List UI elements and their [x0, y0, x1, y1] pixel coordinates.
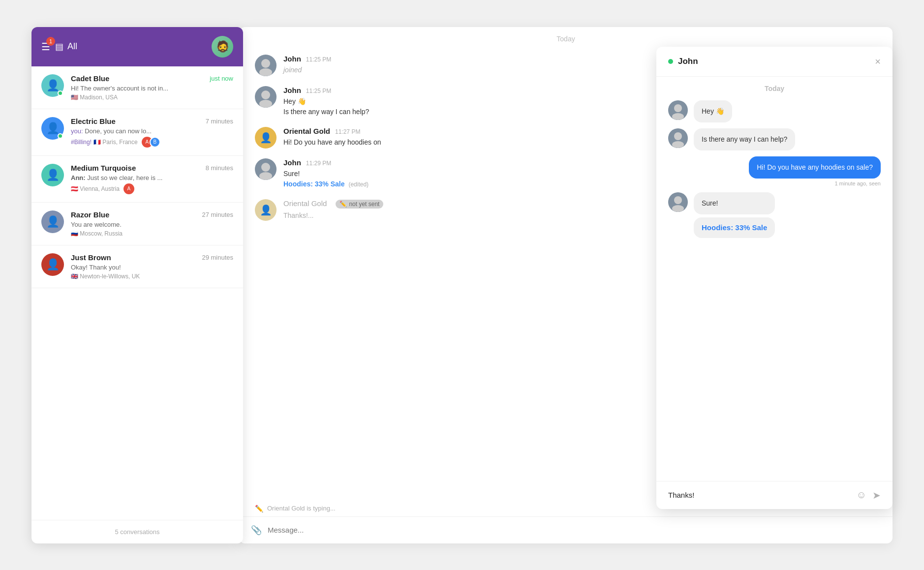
right-msg-bubble-link: Hoodies: 33% Sale: [694, 217, 775, 238]
online-indicator: [58, 133, 63, 139]
msg-time: 11:25 PM: [306, 88, 331, 94]
right-msg-john-hey: Hey 👋: [668, 100, 881, 122]
conversations-list: 👤 Cadet Blue just now Hi! The owner's ac…: [31, 66, 243, 520]
right-date-divider: Today: [656, 77, 893, 96]
conv-time: 27 minutes: [202, 211, 233, 218]
conversation-item-cadet-blue[interactable]: 👤 Cadet Blue just now Hi! The owner's ac…: [31, 66, 243, 109]
right-messages: Hey 👋 Is there any way I can help? Hi! D…: [656, 96, 893, 481]
conversation-item-just-brown[interactable]: 👤 Just Brown 29 minutes Okay! Thank you!…: [31, 245, 243, 288]
msg-sender-name: John: [283, 86, 301, 94]
conv-header-row: Just Brown 29 minutes: [71, 253, 233, 262]
conv-meta: 🇺🇸 Madison, USA: [71, 94, 233, 101]
left-panel: ☰ 1 ▤ All 🧔 👤 Cadet Blue: [31, 27, 243, 543]
right-msg-bubble-hey: Hey 👋: [694, 100, 732, 122]
msg-avatar-oriental-gold-2: 👤: [255, 199, 277, 221]
conv-preview: Okay! Thank you!: [71, 264, 233, 271]
online-indicator: [58, 90, 63, 96]
right-panel: John × Today Hey 👋 Is there: [656, 47, 893, 509]
conv-preview: Hi! The owner's account is not in...: [71, 85, 233, 92]
svg-point-3: [259, 100, 272, 108]
right-msg-bubble-help: Is there any way I can help?: [694, 128, 795, 150]
right-msg-visitor-hoodies: Hi! Do you have any hoodies on sale? 1 m…: [668, 156, 881, 186]
msg-sender-name: Oriental Gold: [283, 127, 330, 135]
msg-avatar-oriental-gold: 👤: [255, 127, 277, 149]
msg-sender-name: John: [283, 158, 301, 167]
message-input[interactable]: [268, 526, 881, 534]
notification-badge: 1: [46, 37, 55, 46]
send-button[interactable]: ➤: [872, 489, 881, 501]
msg-avatar-john-3: [255, 158, 277, 180]
msg-time: 11:25 PM: [306, 56, 331, 63]
bubble-text: Is there any way I can help?: [702, 134, 787, 145]
left-header: ☰ 1 ▤ All 🧔: [31, 27, 243, 66]
online-dot: [668, 59, 673, 64]
conv-meta: #Billing! 🇫🇷 Paris, France A B: [71, 137, 233, 148]
svg-point-6: [674, 104, 682, 112]
conv-preview: Ann: Just so we clear, here is ...: [71, 174, 233, 181]
msg-edited-label: (edited): [348, 181, 369, 188]
msg-time: 11:27 PM: [335, 128, 360, 135]
conv-name: Electric Blue: [71, 117, 116, 125]
conv-time: just now: [210, 75, 233, 82]
attach-icon[interactable]: 📎: [251, 525, 262, 536]
menu-icon[interactable]: ☰ 1: [41, 41, 50, 53]
preview-you: you:: [71, 127, 83, 135]
inbox-icon: ▤: [55, 41, 63, 52]
right-msg-avatar: [668, 100, 688, 120]
hoodies-sale-link[interactable]: Hoodies: 33% Sale: [702, 223, 767, 232]
conv-name: Razor Blue: [71, 210, 109, 219]
conv-body-cadet-blue: Cadet Blue just now Hi! The owner's acco…: [71, 74, 233, 101]
conv-meta: 🇬🇧 Newton-le-Willows, UK: [71, 273, 233, 280]
user-avatar-header[interactable]: 🧔: [212, 36, 233, 58]
right-msg-bubble-sure: Sure!: [694, 192, 775, 214]
close-button[interactable]: ×: [875, 57, 881, 66]
all-filter-label[interactable]: ▤ All: [55, 41, 77, 52]
not-sent-icon: ✏️: [339, 201, 347, 208]
right-msg-john-sure: Sure! Hoodies: 33% Sale: [668, 192, 881, 238]
not-yet-sent-badge: ✏️ not yet sent: [336, 200, 383, 209]
svg-point-2: [261, 90, 270, 99]
conversations-footer: 5 conversations: [31, 520, 243, 543]
mini-avatar-single: A: [123, 183, 134, 194]
msg-avatar-john: [255, 55, 277, 76]
conversation-item-razor-blue[interactable]: 👤 Razor Blue 27 minutes You are welcome.…: [31, 203, 243, 245]
svg-point-4: [261, 163, 270, 172]
svg-point-9: [672, 141, 684, 148]
right-message-input[interactable]: [668, 491, 851, 499]
conv-header-row: Medium Turquoise 8 minutes: [71, 164, 233, 172]
right-panel-header: John ×: [656, 47, 893, 77]
conv-body-medium-turquoise: Medium Turquoise 8 minutes Ann: Just so …: [71, 164, 233, 194]
right-contact-name: John: [668, 57, 698, 66]
conv-preview: You are welcome.: [71, 221, 233, 228]
typing-text: Oriental Gold is typing...: [267, 505, 336, 512]
avatar-cadet-blue: 👤: [41, 74, 64, 97]
conv-time: 29 minutes: [202, 254, 233, 261]
message-input-area: 📎: [239, 516, 893, 543]
header-left: ☰ 1 ▤ All: [41, 41, 77, 53]
conversation-item-medium-turquoise[interactable]: 👤 Medium Turquoise 8 minutes Ann: Just s…: [31, 156, 243, 203]
msg-avatar-john-2: [255, 86, 277, 108]
svg-point-10: [674, 196, 682, 204]
svg-point-0: [261, 59, 270, 68]
conv-body-just-brown: Just Brown 29 minutes Okay! Thank you! 🇬…: [71, 253, 233, 280]
conv-preview: you: Done, you can now lo...: [71, 127, 233, 135]
conv-meta: 🇦🇹 Vienna, Austria A: [71, 183, 233, 194]
right-msg-avatar-2: [668, 128, 688, 148]
avatar-razor-blue: 👤: [41, 210, 64, 233]
svg-point-5: [259, 172, 272, 180]
conv-meta: 🇷🇺 Moscow, Russia: [71, 230, 233, 237]
conv-name: Cadet Blue: [71, 74, 109, 83]
right-msg-bubble-hoodies: Hi! Do you have any hoodies on sale?: [749, 156, 881, 179]
conv-name: Just Brown: [71, 253, 111, 262]
svg-point-7: [672, 113, 684, 120]
middle-date-divider: Today: [239, 27, 893, 47]
msg-time: 11:29 PM: [306, 160, 331, 167]
hoodies-link[interactable]: Hoodies: 33% Sale: [283, 180, 345, 188]
emoji-button[interactable]: ☺: [857, 489, 866, 501]
avatar-medium-turquoise: 👤: [41, 164, 64, 186]
conv-time: 7 minutes: [206, 118, 233, 125]
bubble-group-sure: Sure! Hoodies: 33% Sale: [694, 192, 775, 238]
conversation-item-electric-blue[interactable]: 👤 Electric Blue 7 minutes you: Done, you…: [31, 109, 243, 156]
mini-avatar-2: B: [150, 137, 160, 148]
right-msg-avatar-3: [668, 192, 688, 212]
